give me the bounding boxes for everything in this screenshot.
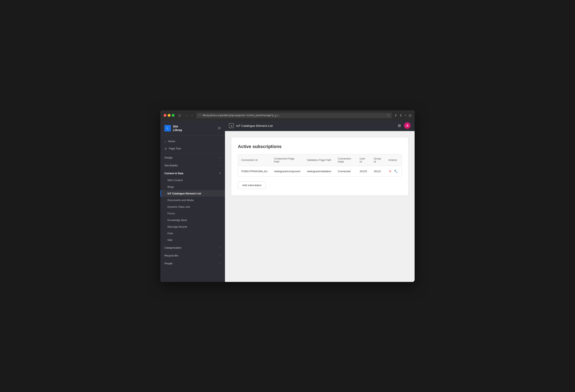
- sidebar-item-page-tree-label: Page Tree: [169, 147, 181, 150]
- page-title: IoT Catalogue Element List: [236, 124, 273, 127]
- sidebar-section-categorization-header[interactable]: Categorization ›: [160, 244, 225, 251]
- delete-button[interactable]: ✕: [388, 169, 392, 174]
- sidebar-section-recycle-bin: Recycle Bin ›: [160, 252, 225, 259]
- logo-text: L: [167, 127, 168, 129]
- table-header: Connection Id Component Page Path Valida…: [238, 154, 402, 166]
- sidebar-item-documents-media[interactable]: Documents and Media: [160, 197, 225, 204]
- sidebar-item-forms[interactable]: Forms: [160, 210, 225, 217]
- traffic-lights: [164, 114, 174, 117]
- edit-button[interactable]: 🔧: [393, 169, 398, 174]
- reload-icon[interactable]: ↻: [387, 114, 390, 117]
- minimize-button[interactable]: [168, 114, 170, 117]
- sidebar-section-content-data-label: Content & Data: [165, 172, 183, 175]
- user-avatar[interactable]: A: [404, 122, 410, 129]
- sidebar-section-site-builder: Site Builder ›: [160, 162, 225, 169]
- sidebar-item-polls-label: Polls: [168, 232, 173, 235]
- main-content: ▣ IoT Catalogue Element List ⊞ A Active …: [225, 121, 415, 282]
- sidebar-header: L Site Liferay ⚙: [160, 121, 225, 135]
- apps-grid-button[interactable]: ⊞: [398, 123, 401, 128]
- site-logo: L: [165, 125, 171, 132]
- sidebar-item-home-label: Home: [168, 140, 175, 143]
- sidebar-item-web-content[interactable]: Web Content: [160, 177, 225, 184]
- sidebar-item-iot-catalogue[interactable]: IoT Catalogue Element List: [160, 190, 225, 197]
- avatar-initials: A: [406, 124, 408, 127]
- address-bar[interactable]: 🛡 liferay.demos.unparallel.pt/group/gues…: [196, 113, 392, 118]
- sidebar-section-content-data-header[interactable]: Content & Data ∨: [160, 170, 225, 177]
- gear-icon[interactable]: ⚙: [218, 126, 221, 131]
- cell-component-page-path: /web/guest/component: [271, 166, 304, 176]
- sidebar-item-knowledge-base[interactable]: Knowledge Base: [160, 217, 225, 223]
- sidebar-item-web-content-label: Web Content: [168, 179, 183, 182]
- sidebar-section-people-header[interactable]: People ›: [160, 260, 225, 267]
- sidebar-item-home[interactable]: ⌂ Home: [160, 138, 225, 145]
- cell-user-id: 20125: [357, 166, 371, 176]
- sidebar-item-wiki-label: Wiki: [168, 239, 172, 242]
- sidebar-section-site-builder-label: Site Builder: [165, 164, 178, 167]
- chevron-right-icon-3: ›: [220, 246, 221, 249]
- sidebar-section-categorization-label: Categorization: [165, 246, 181, 249]
- sidebar-section-recycle-bin-header[interactable]: Recycle Bin ›: [160, 252, 225, 259]
- grid-icon[interactable]: ⊞: [409, 114, 411, 117]
- browser-chrome: ⊡ ‹ › 🛡 liferay.demos.unparallel.pt/grou…: [160, 110, 415, 121]
- sidebar-toggle-button[interactable]: ⊡: [177, 113, 182, 118]
- sidebar-section-site-builder-header[interactable]: Site Builder ›: [160, 162, 225, 169]
- sidebar: L Site Liferay ⚙ ⌂ Home ⊞ Page Tree: [160, 121, 225, 282]
- chevron-right-icon-5: ›: [220, 262, 221, 265]
- sidebar-item-forms-label: Forms: [168, 212, 175, 215]
- col-group-id: Group Id: [370, 154, 385, 166]
- sidebar-item-dynamic-data-lists-label: Dynamic Data Lists: [168, 205, 190, 208]
- col-component-page-path: Component Page Path: [271, 154, 304, 166]
- action-icons: ✕ 🔧: [388, 169, 398, 174]
- sidebar-item-dynamic-data-lists[interactable]: Dynamic Data Lists: [160, 204, 225, 210]
- sidebar-section-categorization: Categorization ›: [160, 244, 225, 251]
- top-bar-title-area: ▣ IoT Catalogue Element List: [229, 123, 273, 128]
- sidebar-navigation: ⌂ Home ⊞ Page Tree Design › Site Bu: [160, 135, 225, 269]
- shield-icon: 🛡: [199, 114, 201, 117]
- sidebar-section-people: People ›: [160, 260, 225, 267]
- sidebar-item-wiki[interactable]: Wiki: [160, 237, 225, 243]
- cell-group-id: 20121: [370, 166, 385, 176]
- sidebar-item-page-tree[interactable]: ⊞ Page Tree: [160, 145, 225, 152]
- cell-validation-page-path: /web/guest/validation: [304, 166, 335, 176]
- panel-title: Active subscriptions: [238, 144, 402, 149]
- col-actions: Actions: [385, 154, 402, 166]
- col-user-id: User Id: [357, 154, 371, 166]
- close-button[interactable]: [164, 114, 167, 117]
- sidebar-item-iot-catalogue-label: IoT Catalogue Element List: [168, 192, 201, 195]
- sidebar-section-recycle-bin-label: Recycle Bin: [165, 254, 178, 257]
- url-text: liferay.demos.unparallel.pt/group/guest/…: [203, 114, 386, 117]
- back-button[interactable]: ‹: [184, 113, 188, 117]
- page-icon: ▣: [229, 123, 234, 128]
- cell-connection-id: FG86JYPKkKhDkLJzx: [238, 166, 271, 176]
- sidebar-item-blogs-label: Blogs: [168, 185, 174, 188]
- download-icon[interactable]: ⬇: [394, 114, 397, 117]
- site-info: L Site Liferay: [165, 125, 182, 132]
- chevron-right-icon-4: ›: [220, 254, 221, 257]
- sidebar-item-knowledge-base-label: Knowledge Base: [168, 219, 187, 222]
- chevron-right-icon: ›: [220, 156, 221, 159]
- chevron-down-icon: ∨: [219, 172, 221, 175]
- subscriptions-table-container: Connection Id Component Page Path Valida…: [238, 154, 402, 177]
- sidebar-item-polls[interactable]: Polls: [160, 230, 225, 237]
- content-panel: Active subscriptions Connection Id Compo…: [231, 138, 408, 195]
- page-tree-icon: ⊞: [165, 147, 167, 150]
- sidebar-item-message-boards[interactable]: Message Boards: [160, 223, 225, 230]
- sidebar-item-blogs[interactable]: Blogs: [160, 184, 225, 190]
- browser-actions: ⬇ ⬆ + ⊞: [394, 114, 411, 117]
- sidebar-section-design-header[interactable]: Design ›: [160, 154, 225, 161]
- add-subscription-button[interactable]: Add subscription: [238, 182, 266, 189]
- top-bar-actions: ⊞ A: [398, 122, 410, 129]
- col-validation-page-path: Validation Page Path: [304, 154, 335, 166]
- home-icon: ⌂: [165, 140, 166, 143]
- share-icon[interactable]: ⬆: [400, 114, 402, 117]
- forward-button[interactable]: ›: [190, 113, 194, 117]
- maximize-button[interactable]: [172, 114, 174, 117]
- browser-window: ⊡ ‹ › 🛡 liferay.demos.unparallel.pt/grou…: [160, 110, 415, 282]
- subscriptions-table: Connection Id Component Page Path Valida…: [238, 154, 402, 176]
- sidebar-section-content-data: Content & Data ∨ Web Content Blogs IoT C…: [160, 170, 225, 243]
- new-tab-icon[interactable]: +: [405, 114, 406, 117]
- sidebar-item-documents-media-label: Documents and Media: [168, 199, 194, 202]
- sidebar-section-design-label: Design: [165, 156, 172, 159]
- cell-actions: ✕ 🔧: [385, 166, 402, 176]
- content-data-sub-items: Web Content Blogs IoT Catalogue Element …: [160, 177, 225, 243]
